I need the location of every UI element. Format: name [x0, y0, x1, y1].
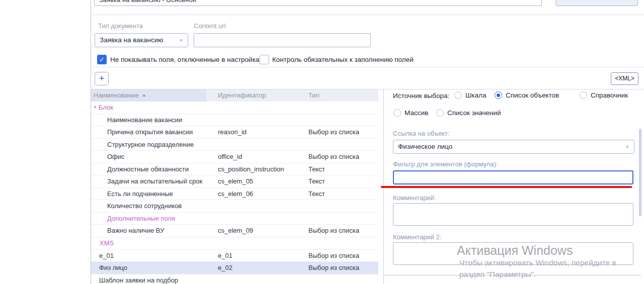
required-control-checkbox[interactable] [260, 55, 269, 64]
chevron-down-icon: ▼ [625, 145, 629, 149]
cell-identifier: e_01 [218, 250, 232, 262]
template-name-field-clip: Заявка на вакансию - Основной [94, 0, 542, 7]
divider [91, 67, 644, 67]
cell-name: XMS [100, 237, 114, 249]
windows-activation-watermark-title: Активация Windows [457, 243, 573, 258]
hide-fields-checkbox-label[interactable]: Не показывать поля, отключенные в настро… [110, 56, 263, 63]
cell-name: Должностные обязанности [107, 163, 189, 175]
filter-label: Фильтр для элементов (формула): [393, 160, 498, 168]
template-name-input[interactable]: Заявка на вакансию - Основной [94, 0, 542, 6]
table-row[interactable]: Должностные обязанностиcs_position_instr… [91, 163, 378, 176]
top-right-control[interactable] [555, 0, 638, 6]
table-row[interactable]: e_01e_01Выбор из списка [91, 250, 378, 262]
source-radio-option[interactable]: Массив [393, 109, 428, 117]
cell-name: Есть ли подчиненные [107, 188, 173, 200]
radio-option-label: Список значений [447, 109, 501, 117]
radio-icon[interactable] [436, 109, 444, 117]
cell-type: Текст [308, 188, 325, 200]
cell-type: Выбор из списка [308, 262, 359, 274]
radio-option-label: Массив [405, 109, 428, 117]
cell-type: Выбор из списка [308, 225, 359, 237]
object-ref-select[interactable]: Физическое лицо ▼ [393, 140, 634, 154]
source-radio-row-1: ШкалаСписок объектовСправочник [0, 91, 644, 101]
required-control-checkbox-label[interactable]: Контроль обязательных к заполнению полей [272, 56, 414, 63]
hide-fields-checkbox[interactable]: ✓ [97, 55, 107, 64]
cell-identifier: cs_elem_05 [218, 175, 253, 187]
template-name-value: Заявка на вакансию - Основной [99, 0, 196, 4]
top-right-control-clip [555, 0, 638, 7]
radio-option-label: Список объектов [506, 91, 559, 99]
source-radio-option[interactable]: Список объектов [495, 91, 559, 99]
cell-identifier: e_02 [218, 262, 232, 274]
plus-icon: + [99, 73, 104, 83]
cell-type: Текст [308, 175, 325, 187]
radio-option-label: Справочник [591, 91, 628, 99]
windows-activation-watermark-line2: раздел "Параметры". [459, 270, 536, 279]
xml-button[interactable]: <XML> [611, 72, 638, 85]
windows-activation-watermark-line1: Чтобы активировать Windows, перейдите в [459, 258, 616, 267]
chevron-down-icon: ▼ [179, 39, 183, 43]
radio-icon[interactable] [393, 109, 401, 117]
source-radio-option[interactable]: Справочник [580, 91, 628, 99]
comment-textarea[interactable] [393, 203, 633, 226]
object-ref-value: Физическое лицо [398, 143, 452, 150]
table-row[interactable]: Есть ли подчиненныеcs_elem_06Текст [91, 188, 378, 201]
cell-identifier: cs_elem_09 [218, 225, 253, 237]
cell-identifier: office_id [218, 151, 242, 163]
comment-label: Комментарий: [393, 194, 436, 202]
content-url-label: Content url [194, 22, 226, 30]
cell-type: Выбор из списка [308, 250, 359, 262]
cell-identifier: cs_elem_06 [218, 188, 253, 200]
red-annotation-line [381, 186, 632, 188]
cell-type: Текст [308, 163, 325, 175]
divider [91, 15, 644, 15]
cell-name: Структурное подразделение [107, 139, 194, 151]
add-field-button[interactable]: + [95, 72, 109, 85]
table-row[interactable]: Дополнительные поля [91, 213, 378, 225]
cell-name: e_01 [99, 250, 114, 262]
comment2-label: Комментарий 2: [393, 233, 441, 241]
cell-name: Офис [107, 151, 125, 163]
cell-identifier: reason_id [218, 126, 247, 138]
cell-name: Задачи на испытательный срок [107, 175, 202, 187]
source-radio-option[interactable]: Шкала [454, 91, 486, 99]
cell-name: Причина открытия вакансии [107, 126, 193, 138]
cell-name: Важно наличие ВУ [107, 225, 164, 237]
content-url-input[interactable] [194, 33, 371, 47]
table-row[interactable]: Шаблон заявки на подбор [91, 274, 378, 284]
table-row[interactable]: Задачи на испытательный срокcs_elem_05Те… [91, 175, 378, 188]
table-row[interactable]: Офисoffice_idВыбор из списка [91, 151, 378, 163]
table-row[interactable]: Структурное подразделение [91, 139, 378, 151]
object-ref-label: Ссылка на объект: [393, 130, 450, 137]
checkmark-icon: ✓ [99, 56, 105, 63]
table-row[interactable]: XMS [91, 237, 378, 250]
cell-type: Выбор из списка [308, 126, 359, 138]
radio-selected-icon[interactable] [495, 91, 502, 99]
table-row[interactable]: Количество сотрудников [91, 200, 378, 213]
cell-name: Физ лицо [99, 262, 127, 274]
cell-name: Дополнительные поля [107, 213, 175, 225]
filter-input[interactable] [393, 170, 633, 184]
source-radio-row-2: МассивСписок значений [0, 109, 644, 118]
cell-identifier: cs_position_instruction [218, 163, 284, 175]
table-row[interactable]: Важно наличие ВУcs_elem_09Выбор из списк… [91, 225, 378, 237]
panel-scrollbar-thumb[interactable] [639, 129, 641, 216]
cell-name: Количество сотрудников [107, 200, 182, 212]
source-radio-option[interactable]: Список значений [436, 109, 501, 117]
radio-icon[interactable] [580, 91, 587, 99]
table-row[interactable]: Физ лицоe_02Выбор из списка [91, 262, 378, 274]
cell-name: Шаблон заявки на подбор [99, 274, 178, 284]
doc-type-label: Тип документа [98, 22, 143, 30]
radio-option-label: Шкала [465, 91, 486, 99]
doc-type-value: Заявка на вакансию [100, 36, 163, 44]
radio-icon[interactable] [454, 91, 462, 99]
table-body: ▼БлокНаименование вакансииПричина открыт… [91, 102, 378, 284]
doc-type-select[interactable]: Заявка на вакансию ▼ [95, 33, 188, 47]
table-row[interactable]: Причина открытия вакансииreason_idВыбор … [91, 126, 378, 139]
cell-type: Выбор из списка [308, 151, 359, 163]
